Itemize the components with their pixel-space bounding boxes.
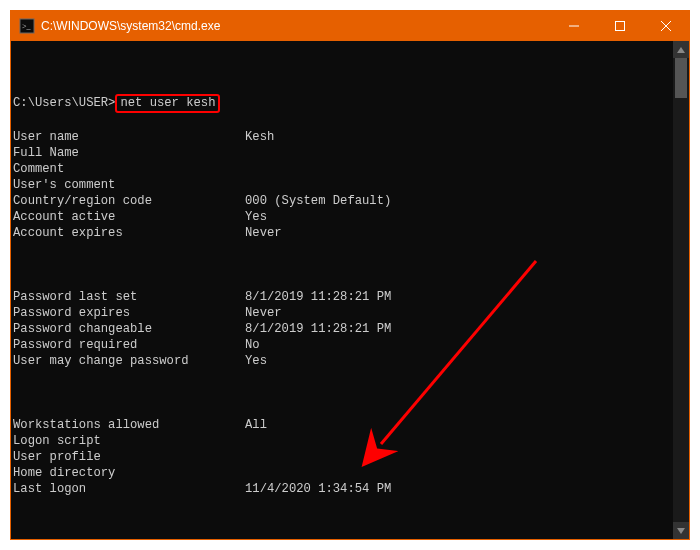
- output-key: Full Name: [13, 145, 245, 161]
- output-row: Workstations allowedAll: [13, 417, 671, 433]
- output-row: User profile: [13, 449, 671, 465]
- output-key: Account active: [13, 209, 245, 225]
- output-key: Home directory: [13, 465, 245, 481]
- window-title: C:\WINDOWS\system32\cmd.exe: [41, 19, 551, 33]
- output-row: Full Name: [13, 145, 671, 161]
- output-value: No: [245, 337, 260, 353]
- output-value: Yes: [245, 209, 267, 225]
- window-controls: [551, 11, 689, 41]
- output-key: User may change password: [13, 353, 245, 369]
- output-row: User nameKesh: [13, 129, 671, 145]
- output-key: Last logon: [13, 481, 245, 497]
- output-value: All: [245, 417, 267, 433]
- output-key: User profile: [13, 449, 245, 465]
- output-row: Logon script: [13, 433, 671, 449]
- output-row: User's comment: [13, 177, 671, 193]
- output-key: Logon script: [13, 433, 245, 449]
- cmd-icon: >_: [19, 18, 35, 34]
- output-row: Password expiresNever: [13, 305, 671, 321]
- scroll-thumb[interactable]: [675, 58, 687, 98]
- output-key: Password last set: [13, 289, 245, 305]
- output-value: Never: [245, 225, 282, 241]
- vertical-scrollbar[interactable]: [673, 41, 689, 539]
- output-row: Password changeable8/1/2019 11:28:21 PM: [13, 321, 671, 337]
- output-key: Country/region code: [13, 193, 245, 209]
- output-key: User's comment: [13, 177, 245, 193]
- output-key: Workstations allowed: [13, 417, 245, 433]
- output-row: Password last set8/1/2019 11:28:21 PM: [13, 289, 671, 305]
- output-value: 000 (System Default): [245, 193, 391, 209]
- output-row: Account expiresNever: [13, 225, 671, 241]
- prompt-text: C:\Users\USER>: [13, 96, 115, 110]
- close-button[interactable]: [643, 11, 689, 41]
- output-row: Last logon11/4/2020 1:34:54 PM: [13, 481, 671, 497]
- scroll-track[interactable]: [673, 58, 689, 522]
- output-key: Comment: [13, 161, 245, 177]
- output-row: Comment: [13, 161, 671, 177]
- output-value: 8/1/2019 11:28:21 PM: [245, 321, 391, 337]
- svg-text:>_: >_: [22, 22, 32, 31]
- output-value: Yes: [245, 353, 267, 369]
- output-key: Password required: [13, 337, 245, 353]
- output-key: User name: [13, 129, 245, 145]
- output-row: Country/region code000 (System Default): [13, 193, 671, 209]
- output-key: Password changeable: [13, 321, 245, 337]
- scroll-down-button[interactable]: [673, 522, 689, 539]
- scroll-up-button[interactable]: [673, 41, 689, 58]
- output-value: Never: [245, 305, 282, 321]
- output-row: Home directory: [13, 465, 671, 481]
- output-value: Kesh: [245, 129, 274, 145]
- highlighted-command: net user kesh: [115, 94, 220, 113]
- output-key: Account expires: [13, 225, 245, 241]
- output-row: Account activeYes: [13, 209, 671, 225]
- output-key: Password expires: [13, 305, 245, 321]
- output-value: 11/4/2020 1:34:54 PM: [245, 481, 391, 497]
- titlebar[interactable]: >_ C:\WINDOWS\system32\cmd.exe: [11, 11, 689, 41]
- output-row: User may change passwordYes: [13, 353, 671, 369]
- output-value: 8/1/2019 11:28:21 PM: [245, 289, 391, 305]
- output-row: Password requiredNo: [13, 337, 671, 353]
- maximize-button[interactable]: [597, 11, 643, 41]
- terminal-output[interactable]: C:\Users\USER>net user kesh User nameKes…: [11, 41, 673, 539]
- svg-rect-3: [616, 22, 625, 31]
- cmd-window: >_ C:\WINDOWS\system32\cmd.exe C:\Users\…: [10, 10, 690, 540]
- minimize-button[interactable]: [551, 11, 597, 41]
